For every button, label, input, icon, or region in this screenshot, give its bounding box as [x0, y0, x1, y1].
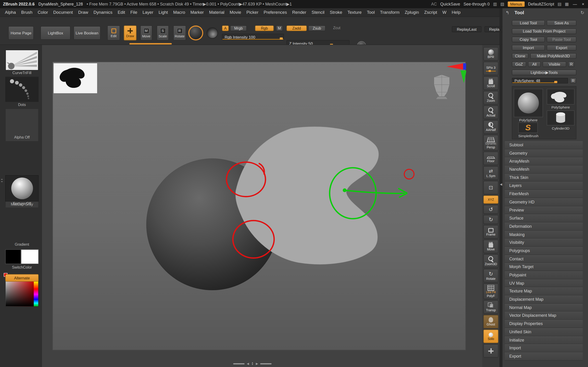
shelf-button-ghost[interactable]: Ghost	[483, 315, 498, 328]
goz-visible-button[interactable]: Visible	[543, 61, 566, 67]
scale-mode-button[interactable]: S Scale	[157, 25, 169, 40]
section-visibility[interactable]: Visibility	[505, 239, 583, 247]
scroll-right-arrow[interactable]: ▶	[256, 362, 258, 365]
section-fibermesh[interactable]: FiberMesh	[505, 190, 583, 198]
current-stroke-thumbnail[interactable]	[5, 77, 39, 102]
z-intensity-slider[interactable]: Z Intensity 50	[286, 40, 349, 45]
scroll-down-arrow[interactable]: ▼	[251, 364, 254, 365]
active-tool-thumbnail[interactable]	[514, 89, 543, 117]
make-polymesh3d-button[interactable]: Make PolyMesh3D	[530, 53, 577, 59]
menu-macro[interactable]: Macro	[171, 8, 188, 17]
active-tool-slider[interactable]: PolySphere. 48	[512, 78, 568, 83]
goz-r-button[interactable]: R	[568, 61, 574, 67]
recent-tool-thumbnail-2[interactable]	[547, 110, 574, 125]
rgb-intensity-slider[interactable]: Rgb Intensity 100	[222, 34, 284, 40]
shelf-button-local-transform[interactable]	[483, 181, 498, 194]
rotate-mode-button[interactable]: R Rotate	[173, 25, 186, 40]
left-tray-scrollbar[interactable]	[1, 179, 3, 184]
menu-stroke[interactable]: Stroke	[327, 8, 345, 17]
shelf-button-zoom[interactable]: Zoom	[483, 91, 498, 105]
scroll-vertical-arrows[interactable]: ▲ ▼	[251, 362, 254, 365]
secondary-color-swatch[interactable]	[21, 249, 39, 264]
menu-preferences[interactable]: Preferences	[261, 8, 289, 17]
shelf-button-frame[interactable]: Frame	[483, 225, 498, 239]
section-texture-map[interactable]: Texture Map	[505, 287, 583, 295]
shelf-button-persp[interactable]: Dynamic Persp	[483, 135, 498, 151]
load-tools-from-project-button[interactable]: Load Tools From Project	[512, 28, 577, 34]
shelf-button-solo[interactable]: Solo	[483, 330, 498, 343]
load-tool-button[interactable]: Load Tool	[512, 20, 545, 26]
shelf-button-bpr[interactable]: BPR	[483, 47, 498, 61]
menu-help[interactable]: Help	[449, 8, 463, 17]
menu-light[interactable]: Light	[156, 8, 171, 17]
section-subtool[interactable]: Subtool	[505, 141, 583, 149]
section-geometry[interactable]: Geometry	[505, 149, 583, 157]
section-display-properties[interactable]: Display Properties	[505, 320, 583, 328]
shelf-button-move[interactable]: Move	[483, 240, 498, 253]
zscript-name[interactable]: DefaultZScript	[528, 2, 554, 6]
sculptris-pro-button[interactable]: S	[357, 41, 366, 45]
shelf-button-zoom3d[interactable]: Zoom3D	[483, 254, 498, 268]
close-button[interactable]: ×	[581, 2, 585, 6]
shelf-button-spix[interactable]: SPix 3	[483, 62, 498, 75]
section-nanomesh[interactable]: NanoMesh	[505, 166, 583, 174]
zsub-toggle-button[interactable]: Zsub	[308, 25, 326, 31]
section-contact[interactable]: Contact	[505, 255, 583, 263]
menu-dynamics[interactable]: Dynamics	[91, 8, 115, 17]
menu-layer[interactable]: Layer	[140, 8, 156, 17]
canvas-document[interactable]	[52, 62, 466, 350]
palette-pin-icon[interactable]: ↰	[506, 10, 509, 15]
scroll-left-arrow[interactable]: ◀	[247, 362, 249, 365]
section-vector-displacement-map[interactable]: Vector Displacement Map	[505, 312, 583, 320]
section-polypaint[interactable]: Polypaint	[505, 271, 583, 279]
slider-knob[interactable]	[554, 81, 557, 83]
zadd-toggle-button[interactable]: Zadd	[286, 25, 307, 31]
goz-button[interactable]: GoZ	[512, 61, 526, 67]
slider-r-button[interactable]: R	[570, 78, 577, 83]
shelf-button-polyframe[interactable]: Line Fill PolyF	[483, 284, 498, 299]
menu-edit[interactable]: Edit	[115, 8, 128, 17]
move-mode-button[interactable]: M Move	[140, 25, 152, 40]
live-boolean-button[interactable]: Live Boolean	[73, 26, 101, 40]
menu-file[interactable]: File	[128, 8, 140, 17]
menu-marker[interactable]: Marker	[188, 8, 207, 17]
section-thick-skin[interactable]: Thick Skin	[505, 174, 583, 182]
copy-tool-button[interactable]: Copy Tool	[512, 37, 545, 42]
alpha-selector[interactable]: Alpha Off	[5, 108, 39, 142]
shelf-button-floor[interactable]: Floor	[483, 152, 498, 165]
shelf-button-rotate3d[interactable]: Rotate	[483, 269, 498, 282]
shelf-button-rotate-ccw[interactable]	[483, 205, 498, 214]
menu-color[interactable]: Color	[35, 8, 51, 17]
section-unified-skin[interactable]: Unified Skin	[505, 328, 583, 336]
ui-groups-icon[interactable]: ▦	[565, 2, 569, 6]
current-brush-thumbnail[interactable]	[5, 50, 39, 70]
edit-mode-button[interactable]: Edit	[107, 25, 120, 40]
quicksave-button[interactable]: QuickSave	[440, 2, 460, 6]
menu-brush[interactable]: Brush	[19, 8, 35, 17]
section-displacement-map[interactable]: Displacement Map	[505, 295, 583, 303]
clone-button[interactable]: Clone	[512, 53, 528, 59]
menu-tool[interactable]: Tool	[364, 8, 377, 17]
section-arraymesh[interactable]: ArrayMesh	[505, 157, 583, 165]
section-export[interactable]: Export	[505, 352, 583, 360]
menus-toggle-button[interactable]: Menus	[508, 2, 525, 7]
ui-layout-icon[interactable]: ▤	[557, 2, 561, 6]
shelf-button-aahalf[interactable]: AAHalf	[483, 120, 498, 134]
replay-last-button[interactable]: ReplayLast	[452, 26, 481, 32]
section-normal-map[interactable]: Normal Map	[505, 304, 583, 312]
minimize-button[interactable]: —	[572, 2, 578, 6]
lightbox-button[interactable]: LightBox	[40, 26, 70, 40]
shelf-button-pan[interactable]	[483, 344, 498, 358]
recent-tool-thumbnail-3[interactable]: S	[518, 123, 538, 133]
menu-material[interactable]: Material	[207, 8, 227, 17]
menu-zscript[interactable]: Zscript	[422, 8, 440, 17]
section-polygroups[interactable]: Polygroups	[505, 247, 583, 255]
menu-w[interactable]: W	[440, 8, 449, 17]
goz-all-button[interactable]: All	[528, 61, 541, 67]
m-toggle-button[interactable]: M	[276, 25, 283, 31]
home-page-button[interactable]: Home Page	[8, 26, 34, 40]
section-masking[interactable]: Masking	[505, 231, 583, 239]
menu-render[interactable]: Render	[290, 8, 309, 17]
zcut-toggle-button[interactable]: Zcut	[330, 25, 344, 31]
section-layers[interactable]: Layers	[505, 182, 583, 190]
